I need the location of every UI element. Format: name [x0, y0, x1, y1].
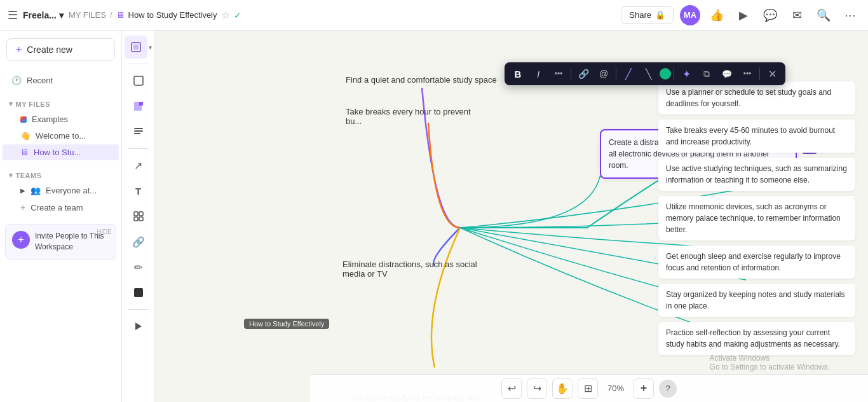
sidebar-item-howto[interactable]: 🖥 How to Stu...	[3, 144, 119, 160]
svg-rect-5	[134, 128, 143, 129]
tool-divider-1	[128, 64, 149, 64]
toolbar-sep-1	[571, 67, 571, 80]
tool-text[interactable]: T	[127, 179, 150, 202]
toolbar-color-circle[interactable]	[660, 68, 671, 80]
toolbar-copy[interactable]: ⧉	[697, 65, 716, 83]
floating-toolbar: B I ••• 🔗 @ ╱ ╲ ✦ ⧉ 💬 ••• ✕	[505, 62, 785, 85]
branch-right-item-6: Practice self-reflection by assessing yo…	[658, 322, 855, 355]
branch-node-3: Eliminate distractions, such as social m…	[342, 260, 501, 279]
tool-frame[interactable]	[127, 69, 150, 92]
teams-toggle[interactable]: ▾	[9, 171, 13, 179]
toolbar-italic[interactable]: I	[529, 65, 548, 83]
help-button[interactable]: ?	[659, 380, 677, 398]
sidebar-item-everyone[interactable]: ▶ 👥 Everyone at...	[3, 183, 119, 198]
activate-windows: Activate Windows Go to Settings to activ…	[710, 354, 830, 371]
toolbar-link[interactable]: 🔗	[574, 65, 593, 83]
canvas-area[interactable]: B I ••• 🔗 @ ╱ ╲ ✦ ⧉ 💬 ••• ✕ Create a dis…	[155, 31, 868, 402]
toolbar-at[interactable]: @	[594, 65, 613, 83]
branch-1-text: Find a quiet and comfortable study space	[346, 75, 497, 85]
svg-rect-6	[134, 130, 143, 132]
svg-rect-10	[134, 217, 138, 221]
toolbar-bold[interactable]: B	[508, 65, 527, 83]
create-new-label: Create new	[27, 45, 72, 55]
search-button[interactable]: 🔍	[813, 5, 834, 25]
sidebar-item-welcome[interactable]: 👋 Welcome to...	[3, 128, 119, 144]
share-label: Share	[629, 10, 651, 20]
invite-panel: HIDE + Invite People to This Workspace	[5, 224, 116, 260]
my-files-label: MY FILES	[16, 100, 51, 108]
avatar[interactable]: MA	[680, 5, 700, 25]
workspace-selector[interactable]: Freela... ▾	[23, 10, 64, 20]
more-button[interactable]: ⋯	[840, 5, 860, 25]
my-files-title: ▾ MY FILES	[0, 95, 121, 111]
branch-node-2: Take breaks every hour to prevent bu...	[346, 107, 473, 126]
create-team-label: Create a team	[31, 203, 83, 212]
header-left: ☰ Freela... ▾ MY FILES / 🖥 How to Study …	[8, 8, 241, 22]
create-new-button[interactable]: + Create new	[6, 38, 115, 61]
tool-divider-2	[128, 148, 149, 149]
breadcrumb: MY FILES / 🖥 How to Study Effectively ☆ …	[69, 9, 241, 21]
branch-right-item-5: Stay organized by keeping notes and stud…	[658, 284, 855, 317]
tool-divider-3	[128, 309, 149, 310]
welcome-icon: 👋	[20, 131, 31, 141]
toolbar-comment[interactable]: 💬	[717, 65, 736, 83]
doc-icon: 🖥	[116, 10, 125, 20]
share-button[interactable]: Share 🔒	[621, 6, 674, 24]
invite-panel-content: + Invite People to This Workspace	[12, 231, 109, 253]
sidebar-item-examples[interactable]: Examples	[3, 111, 119, 127]
toolbar-color-left[interactable]: ╱	[619, 65, 638, 83]
tool-arrow[interactable]: ↗	[127, 154, 150, 177]
tool-select-row: ▾	[125, 36, 152, 59]
my-files-section: ▾ MY FILES Examples 👋 Welcome to... 🖥 Ho…	[0, 92, 121, 163]
sidebar-item-create-team[interactable]: + Create a team	[3, 199, 119, 216]
toolbar-sep-3	[674, 67, 674, 80]
toolbar-sep-4	[759, 67, 760, 80]
tool-shape[interactable]	[127, 205, 150, 228]
center-label-mini: How to Study Effectively	[244, 319, 329, 329]
main-layout: + Create new 🕐 Recent ▾ MY FILES Example…	[0, 31, 868, 402]
branch-right-item-4: Get enough sleep and exercise regularly …	[658, 246, 855, 279]
examples-icon	[20, 116, 27, 123]
recent-label: Recent	[27, 76, 53, 85]
tool-play[interactable]	[127, 315, 150, 338]
zoom-in-button[interactable]: +	[634, 378, 654, 399]
invite-hide-button[interactable]: HIDE	[97, 228, 112, 235]
thumbsup-button[interactable]: 👍	[707, 5, 727, 25]
branch-right-item-2: Use active studying techniques, such as …	[658, 158, 855, 191]
branch-right-item-3: Utilize mnemonic devices, such as acrony…	[658, 196, 855, 240]
toolbar-color-right[interactable]: ╲	[639, 65, 658, 83]
everyone-label: Everyone at...	[46, 186, 97, 195]
sidebar-item-recent[interactable]: 🕐 Recent	[3, 72, 119, 89]
tool-pen[interactable]: ✏	[127, 256, 150, 279]
tool-panel-btn[interactable]	[127, 281, 150, 304]
toolbar-sparkle[interactable]: ✦	[677, 65, 696, 83]
toolbar-close[interactable]: ✕	[763, 65, 782, 83]
redo-button[interactable]: ↪	[527, 378, 547, 399]
tool-template[interactable]	[127, 120, 150, 143]
teams-label: TEAMS	[16, 172, 42, 179]
fit-button[interactable]: ⊞	[578, 378, 598, 399]
toolbar-more-1[interactable]: •••	[549, 65, 568, 83]
tool-panel: ▾ ↗ T 🔗 ✏	[122, 31, 155, 402]
toolbar-more-2[interactable]: •••	[738, 65, 757, 83]
menu-icon[interactable]: ☰	[8, 8, 18, 22]
tool-select-dropdown[interactable]: ▾	[149, 44, 152, 51]
breadcrumb-myfiles[interactable]: MY FILES	[69, 10, 106, 20]
svg-rect-11	[139, 217, 143, 221]
tool-link[interactable]: 🔗	[127, 230, 150, 253]
star-icon[interactable]: ☆	[221, 9, 230, 21]
send-button[interactable]: ✉	[787, 5, 807, 25]
teams-section: ▾ TEAMS ▶ 👥 Everyone at... + Create a te…	[0, 163, 121, 219]
my-files-toggle[interactable]: ▾	[9, 100, 13, 108]
comment-button[interactable]: 💬	[760, 5, 780, 25]
tool-select[interactable]	[125, 36, 147, 59]
present-button[interactable]: ▶	[733, 5, 754, 25]
undo-button[interactable]: ↩	[501, 378, 522, 399]
branch-node-1: Find a quiet and comfortable study space	[346, 75, 497, 85]
svg-rect-4	[139, 102, 143, 106]
tool-sticky[interactable]	[127, 95, 150, 118]
check-icon: ✓	[234, 10, 241, 20]
workspace-arrow-icon: ▾	[59, 10, 64, 20]
breadcrumb-current: 🖥 How to Study Effectively ☆ ✓	[116, 9, 241, 21]
hand-tool-button[interactable]: ✋	[552, 378, 573, 399]
